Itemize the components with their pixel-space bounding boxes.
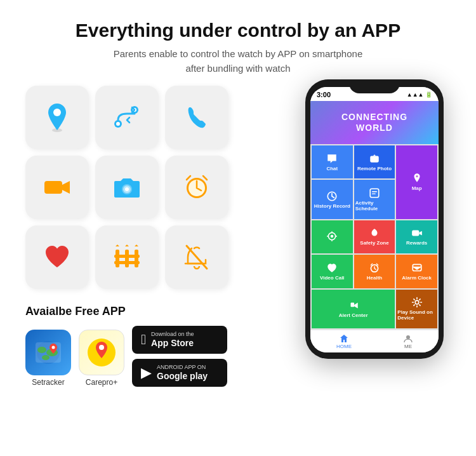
app-cell-alert[interactable]: Alarm Clock <box>396 255 437 288</box>
app-cell-map[interactable]: Map <box>396 145 437 219</box>
google-play-text-wrap: ANDROID APP ON Google play <box>157 364 208 382</box>
app-store-text-wrap: Download on the App Store <box>151 331 194 349</box>
heart-icon-box <box>25 225 89 289</box>
route-icon-box <box>95 86 159 149</box>
apple-icon:  <box>141 332 146 348</box>
app-cell-video-call[interactable]: Rewards <box>396 220 437 253</box>
app-cell-history[interactable]: History Record <box>312 180 353 218</box>
carepro-app-wrap: Carepro+ <box>79 330 124 387</box>
content-row: Avaialbe Free APP <box>25 86 451 387</box>
svg-point-9 <box>125 187 129 191</box>
svg-rect-29 <box>370 189 379 198</box>
phone-call-icon <box>180 101 213 134</box>
phone-screen: 3:00 ▲▲▲ 🔋 CONNECTING WORLD <box>310 87 439 352</box>
app-downloads-row: Setracker Car <box>25 326 292 387</box>
svg-point-1 <box>53 109 61 116</box>
svg-point-24 <box>99 345 104 350</box>
app-store-badge[interactable]:  Download on the App Store <box>132 326 227 354</box>
store-badges:  Download on the App Store ▶ ANDROID AP… <box>132 326 227 387</box>
camera-icon-box <box>95 156 159 219</box>
left-section: Avaialbe Free APP <box>25 86 292 387</box>
app-cell-settings[interactable]: Play Sound on Device <box>396 290 437 328</box>
app-section-title: Avaialbe Free APP <box>25 305 292 318</box>
carepro-label: Carepro+ <box>86 378 117 387</box>
fence-icon-box <box>95 225 159 289</box>
google-play-small-text: ANDROID APP ON <box>157 364 208 371</box>
camera-icon <box>110 171 143 204</box>
svg-point-37 <box>406 335 410 339</box>
google-play-icon: ▶ <box>141 365 152 381</box>
status-time: 3:00 <box>317 91 331 98</box>
page-title: Everything under control by an APP <box>25 19 451 42</box>
svg-point-26 <box>373 158 376 161</box>
setracker-icon[interactable] <box>25 330 71 375</box>
app-cell-safety[interactable] <box>312 220 353 253</box>
phone-notch <box>349 79 400 93</box>
app-store-small-text: Download on the <box>151 331 194 338</box>
svg-rect-6 <box>44 181 62 194</box>
svg-rect-15 <box>114 255 140 258</box>
svg-rect-14 <box>135 250 138 267</box>
phone-mockup: 3:00 ▲▲▲ 🔋 CONNECTING WORLD <box>305 79 444 359</box>
nav-home[interactable]: HOME <box>336 334 352 349</box>
page-subtitle: Parents enable to control the watch by A… <box>25 47 451 76</box>
svg-rect-32 <box>412 231 419 236</box>
feature-icons-grid <box>25 86 292 289</box>
app-cell-chat[interactable]: Chat <box>312 145 353 178</box>
svg-point-19 <box>37 347 46 353</box>
svg-point-31 <box>331 235 334 238</box>
route-icon <box>110 101 143 134</box>
app-section: Avaialbe Free APP <box>25 305 292 387</box>
heart-icon <box>41 241 74 274</box>
page: Everything under control by an APP Paren… <box>0 0 476 456</box>
svg-rect-16 <box>114 261 140 264</box>
phone-call-icon-box <box>165 86 228 149</box>
app-header-title: CONNECTING WORLD <box>341 112 407 133</box>
app-store-big-text: App Store <box>151 338 194 349</box>
svg-rect-13 <box>125 250 129 267</box>
app-cell-health[interactable]: Video Call <box>312 255 353 288</box>
location-icon-box <box>25 86 89 149</box>
google-play-big-text: Google play <box>157 371 208 382</box>
phone-mockup-wrap: 3:00 ▲▲▲ 🔋 CONNECTING WORLD <box>298 79 451 359</box>
carepro-logo <box>84 335 119 370</box>
svg-point-22 <box>52 346 55 349</box>
svg-point-3 <box>116 122 120 126</box>
bell-off-icon <box>180 241 213 274</box>
fence-icon <box>110 241 143 274</box>
nav-me[interactable]: ME <box>404 334 413 349</box>
svg-point-36 <box>415 300 419 304</box>
app-cell-rewards[interactable]: Safety Zone <box>354 220 395 253</box>
location-icon <box>41 101 74 134</box>
carepro-icon[interactable] <box>79 330 124 375</box>
status-icons: ▲▲▲ 🔋 <box>407 91 432 98</box>
app-cell-remote-photo[interactable]: Remote Photo <box>354 145 395 178</box>
app-grid: Chat Remote Photo Map <box>310 144 439 330</box>
video-camera-icon <box>41 171 74 204</box>
setracker-label: Setracker <box>32 378 64 387</box>
alarm-clock-icon-box <box>165 156 228 219</box>
bell-off-icon-box <box>165 225 228 289</box>
svg-rect-35 <box>350 302 354 307</box>
app-header: CONNECTING WORLD <box>310 101 439 144</box>
app-cell-activity[interactable]: Activity Schedule <box>354 180 395 218</box>
setracker-app-wrap: Setracker <box>25 330 71 387</box>
svg-point-21 <box>42 355 50 360</box>
header-section: Everything under control by an APP Paren… <box>25 19 451 76</box>
app-cell-alarm[interactable]: Health <box>354 255 395 288</box>
setracker-logo <box>33 337 63 368</box>
svg-rect-12 <box>116 250 119 267</box>
google-play-badge[interactable]: ▶ ANDROID APP ON Google play <box>132 359 227 387</box>
phone-bottom-nav: HOME ME <box>310 330 439 352</box>
app-cell-play-sound[interactable]: Alert Center <box>312 290 395 328</box>
alarm-clock-icon <box>180 171 213 204</box>
svg-point-27 <box>416 175 418 177</box>
video-camera-icon-box <box>25 156 89 219</box>
